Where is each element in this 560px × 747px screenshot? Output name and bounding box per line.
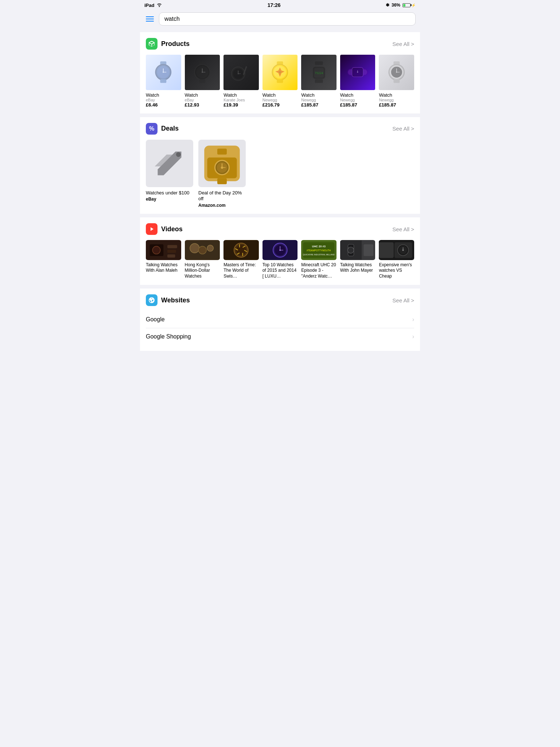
- deals-icon: %: [146, 123, 158, 135]
- svg-point-88: [347, 247, 354, 253]
- product-source: Newegg: [262, 98, 298, 102]
- product-item[interactable]: Watch Newegg £185.87: [340, 55, 376, 108]
- websites-icon: [146, 294, 158, 306]
- video-title: Top 10 Watches of 2015 and 2014 [ LUXU…: [262, 262, 298, 279]
- status-bar: iPad 17:26 ✱ 36% ⚡: [140, 0, 420, 10]
- device-label: iPad: [144, 3, 154, 8]
- websites-title: Websites: [161, 297, 190, 304]
- deal-image: [146, 140, 193, 187]
- website-item-google[interactable]: Google ›: [146, 311, 414, 328]
- product-price: £12.93: [185, 102, 220, 108]
- deals-header: % Deals See All >: [146, 123, 414, 135]
- product-price: £185.87: [301, 102, 337, 108]
- deal-source: eBay: [146, 197, 193, 202]
- video-item[interactable]: Hong Kong's Million-Dollar Watches: [185, 240, 220, 279]
- status-time: 17:26: [268, 2, 281, 8]
- videos-header: Videos See All >: [146, 223, 414, 235]
- svg-point-62: [190, 243, 199, 253]
- svg-rect-60: [167, 254, 175, 258]
- video-title: Hong Kong's Million-Dollar Watches: [185, 262, 220, 279]
- products-list: Watch eBay £6.46 Watch eBay £12.93 Watch…: [146, 55, 414, 108]
- charging-icon: ⚡: [411, 3, 416, 7]
- svg-marker-54: [151, 227, 153, 231]
- product-item[interactable]: Watch eBay £6.46: [146, 55, 181, 108]
- product-image: [146, 55, 181, 90]
- product-price: £216.79: [262, 102, 298, 108]
- chevron-right-icon: ›: [412, 316, 414, 323]
- svg-text:UHC 20 #3: UHC 20 #3: [312, 245, 326, 248]
- websites-title-wrap: Websites: [146, 294, 190, 306]
- menu-button[interactable]: [144, 15, 155, 23]
- svg-text:QUICKFIRE  INDUSTRIAL  MILLAND: QUICKFIRE INDUSTRIAL MILLAND: [303, 253, 335, 255]
- video-title: Talking Watches With Alan Maleh: [146, 262, 181, 274]
- product-name: Watch: [301, 92, 337, 98]
- products-icon: [146, 38, 158, 50]
- video-title: Masters of Time: The World of Swis…: [223, 262, 259, 279]
- video-item[interactable]: Top 10 Watches of 2015 and 2014 [ LUXU…: [262, 240, 298, 279]
- deal-image: [198, 140, 246, 187]
- video-item[interactable]: Talking Watches With John Mayer: [340, 240, 376, 279]
- svg-point-33: [357, 72, 358, 73]
- product-item[interactable]: Watch Newegg £216.79: [262, 55, 298, 108]
- wifi-icon: [156, 3, 162, 8]
- svg-rect-58: [167, 245, 177, 248]
- video-thumbnail: [223, 240, 259, 260]
- video-thumbnail: [185, 240, 220, 260]
- video-title: Minecraft UHC 20 Episode 3 - "Anderz Wat…: [301, 262, 337, 279]
- deals-see-all[interactable]: See All >: [392, 125, 414, 132]
- deal-title: Watches under $100: [146, 190, 193, 196]
- video-item[interactable]: Expensive men's watches VS Cheap: [379, 240, 414, 279]
- products-header: Products See All >: [146, 38, 414, 50]
- deals-section: % Deals See All > Watches under $100 eBa…: [140, 117, 420, 214]
- videos-title-wrap: Videos: [146, 223, 183, 235]
- svg-rect-71: [242, 253, 243, 256]
- product-source: eBay: [146, 98, 181, 102]
- deal-item[interactable]: Deal of the Day 20% off Amazon.com: [198, 140, 246, 208]
- product-item[interactable]: Watch Newegg £185.87: [379, 55, 414, 108]
- battery-indicator: ⚡: [402, 3, 416, 7]
- deals-title-wrap: % Deals: [146, 123, 179, 135]
- product-item[interactable]: Watch eBay £12.93: [185, 55, 220, 108]
- product-name: Watch: [379, 92, 414, 98]
- product-name: Watch: [340, 92, 376, 98]
- video-item[interactable]: UHC 20 #3#TEAMPOTTYMOUTHQUICKFIRE INDUST…: [301, 240, 337, 279]
- menu-line-1: [146, 16, 154, 17]
- svg-rect-25: [315, 62, 323, 65]
- search-bar: [140, 10, 420, 28]
- svg-rect-29: [315, 80, 323, 83]
- product-name: Watch: [262, 92, 298, 98]
- deal-item[interactable]: Watches under $100 eBay: [146, 140, 193, 208]
- product-source: eBay: [185, 98, 220, 102]
- deal-title: Deal of the Day 20% off: [198, 190, 246, 202]
- product-price: £19.39: [223, 102, 259, 108]
- svg-text:75224: 75224: [315, 71, 323, 75]
- search-input[interactable]: [164, 16, 410, 22]
- bluetooth-icon: ✱: [386, 3, 389, 8]
- product-source: Karate Joes: [223, 98, 259, 102]
- deals-title: Deals: [161, 125, 179, 132]
- video-thumbnail: [379, 240, 414, 260]
- deal-source: Amazon.com: [198, 203, 246, 208]
- product-image: [223, 55, 259, 90]
- product-image: 75224: [301, 55, 337, 90]
- product-name: Watch: [185, 92, 220, 98]
- video-title: Talking Watches With John Mayer: [340, 262, 376, 274]
- svg-rect-96: [379, 242, 394, 258]
- product-item[interactable]: 75224 Watch Newegg £185.87: [301, 55, 337, 108]
- product-source: Newegg: [301, 98, 337, 102]
- products-see-all[interactable]: See All >: [392, 41, 414, 47]
- video-item[interactable]: Talking Watches With Alan Maleh: [146, 240, 181, 279]
- product-item[interactable]: Watch Karate Joes £19.39: [223, 55, 259, 108]
- product-name: Watch: [146, 92, 181, 98]
- product-image: [185, 55, 220, 90]
- videos-see-all[interactable]: See All >: [392, 226, 414, 232]
- video-title: Expensive men's watches VS Cheap: [379, 262, 414, 279]
- battery-percent: 36%: [392, 3, 400, 8]
- svg-rect-53: [217, 178, 227, 184]
- website-item-google-shopping[interactable]: Google Shopping ›: [146, 328, 414, 345]
- svg-rect-68: [239, 244, 240, 247]
- websites-see-all[interactable]: See All >: [392, 297, 414, 303]
- product-price: £185.87: [379, 102, 414, 108]
- video-item[interactable]: Masters of Time: The World of Swis…: [223, 240, 259, 279]
- search-input-wrap[interactable]: [159, 12, 416, 26]
